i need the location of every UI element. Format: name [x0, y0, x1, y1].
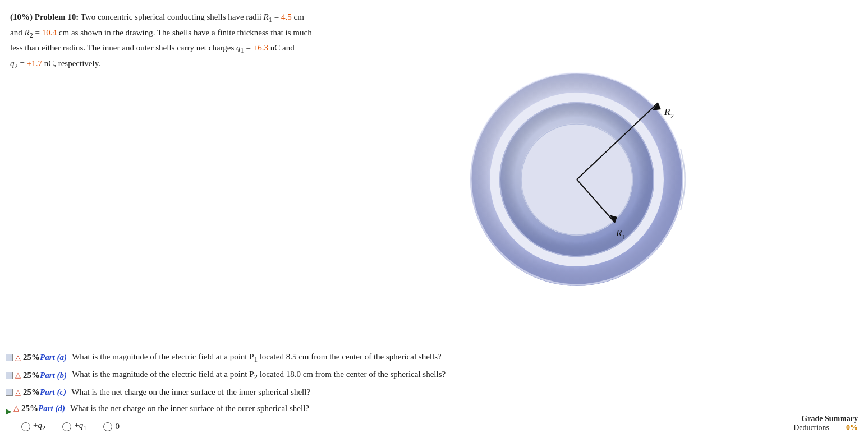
r2-value: 10.4	[42, 28, 57, 37]
r1-sub: 1	[622, 233, 626, 241]
desc3: less than either radius. The inner and o…	[10, 43, 253, 52]
checkbox-b[interactable]	[6, 372, 13, 379]
deductions-value: 0%	[846, 423, 858, 432]
grade-summary: Grade Summary Deductions 0%	[793, 414, 858, 432]
part-row-c: △ 25% Part (c) What is the net charge on…	[6, 384, 858, 400]
radio-label-q2: +q2	[33, 421, 45, 432]
part-row-d: ▶ △ 25% Part (d) What is the net charge …	[6, 400, 858, 417]
unit1: cm	[292, 12, 304, 21]
r2-sub: 2	[670, 112, 674, 120]
warning-b: △	[15, 370, 21, 381]
r1-label: R	[616, 228, 622, 238]
eq4: =	[18, 59, 27, 68]
part-label-c[interactable]: Part (c)	[40, 386, 66, 399]
part-row-a: △ 25% Part (a) What is the magnitude of …	[6, 349, 858, 367]
part-label-b[interactable]: Part (b)	[40, 369, 67, 382]
problem-text: (10%) Problem 10: Two concentric spheric…	[10, 10, 437, 338]
percent-a: 25%	[23, 351, 40, 364]
checkbox-a[interactable]	[6, 354, 13, 361]
play-icon-d[interactable]: ▶	[6, 405, 11, 411]
answer-row-d: +q2 +q1 0	[6, 416, 858, 432]
top-section: (10%) Problem 10: Two concentric spheric…	[0, 0, 868, 344]
radio-option-zero[interactable]: 0	[103, 422, 120, 431]
radio-q1[interactable]	[62, 422, 71, 431]
deductions-label: Deductions	[793, 423, 829, 432]
warning-a: △	[15, 352, 21, 363]
main-container: (10%) Problem 10: Two concentric spheric…	[0, 0, 868, 438]
warning-d: △	[13, 403, 19, 414]
part-text-c: What is the net charge on the inner surf…	[67, 386, 310, 399]
radio-label-zero: 0	[115, 422, 120, 431]
part-text-a: What is the magnitude of the electric fi…	[68, 351, 442, 365]
percent-b: 25%	[23, 369, 40, 382]
percent-c: 25%	[23, 386, 40, 399]
parts-section: △ 25% Part (a) What is the magnitude of …	[0, 344, 868, 433]
grade-deductions-row: Deductions 0%	[793, 423, 858, 432]
problem-header: (10%) Problem 10:	[10, 12, 79, 21]
part-label-d[interactable]: Part (d)	[38, 402, 65, 415]
diagram-area: R 2 R 1	[437, 10, 728, 338]
warning-c: △	[15, 387, 21, 398]
radio-option-q2[interactable]: +q2	[21, 421, 45, 432]
part-row-b: △ 25% Part (b) What is the magnitude of …	[6, 366, 858, 384]
radio-q2[interactable]	[21, 422, 30, 431]
sphere-diagram: R 2 R 1	[465, 59, 700, 294]
grade-summary-title: Grade Summary	[793, 414, 858, 423]
radio-label-q1: +q1	[74, 421, 86, 432]
q1-value: +6.3	[253, 43, 268, 52]
radio-option-q1[interactable]: +q1	[62, 421, 86, 432]
unit4: nC, respectively.	[42, 59, 100, 68]
part-text-b: What is the magnitude of the electric fi…	[68, 368, 446, 382]
part-text-d: What is the net charge on the inner surf…	[66, 402, 309, 415]
unit3: nC and	[268, 43, 295, 52]
r2-label: R	[664, 107, 670, 117]
q2-symbol: q	[10, 59, 15, 68]
r1-value: 4.5	[281, 12, 292, 21]
desc2: and R2 =	[10, 28, 42, 37]
checkbox-c[interactable]	[6, 389, 13, 396]
radio-zero[interactable]	[103, 422, 112, 431]
desc1: Two concentric spherical conducting shel…	[81, 12, 281, 21]
percent-d: 25%	[21, 402, 38, 415]
part-label-a[interactable]: Part (a)	[40, 351, 67, 364]
q2-value: +1.7	[27, 59, 42, 68]
unit2: cm as shown in the drawing. The shells h…	[57, 28, 312, 37]
bottom-section: △ 25% Part (a) What is the magnitude of …	[0, 344, 868, 439]
